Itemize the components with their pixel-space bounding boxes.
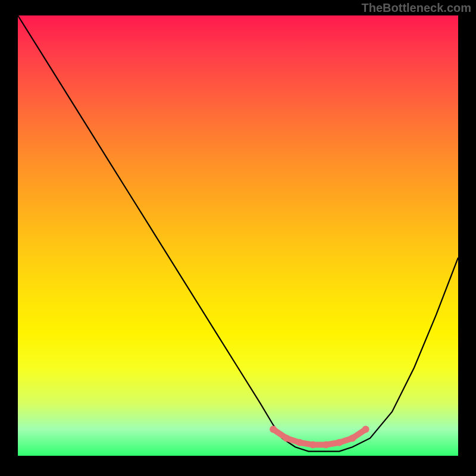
bottleneck-curve [18, 15, 458, 452]
optimal-zone-dots [270, 426, 369, 449]
chart-overlay [18, 15, 458, 456]
svg-point-8 [283, 434, 290, 441]
svg-point-13 [349, 434, 356, 441]
watermark-text: TheBottleneck.com [362, 1, 471, 15]
svg-point-7 [270, 426, 277, 433]
svg-point-9 [296, 439, 303, 446]
svg-point-10 [309, 441, 317, 449]
svg-point-11 [322, 441, 330, 449]
svg-point-12 [336, 439, 343, 446]
svg-point-14 [362, 426, 369, 433]
